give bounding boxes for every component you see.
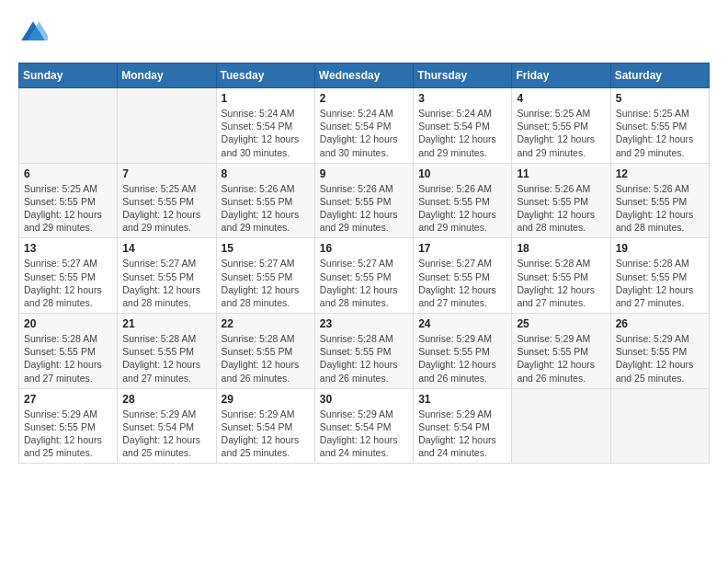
day-info: Sunrise: 5:28 AM Sunset: 5:55 PM Dayligh… [517, 257, 605, 309]
calendar-day-cell: 16Sunrise: 5:27 AM Sunset: 5:55 PM Dayli… [314, 238, 413, 314]
weekday-cell: Saturday [610, 63, 709, 88]
day-info: Sunrise: 5:27 AM Sunset: 5:55 PM Dayligh… [24, 257, 112, 309]
day-number: 12 [616, 167, 704, 180]
day-number: 23 [320, 317, 408, 330]
day-number: 25 [517, 317, 605, 330]
day-info: Sunrise: 5:28 AM Sunset: 5:55 PM Dayligh… [222, 332, 310, 385]
day-info: Sunrise: 5:25 AM Sunset: 5:55 PM Dayligh… [122, 182, 210, 235]
day-number: 4 [517, 92, 605, 105]
day-info: Sunrise: 5:26 AM Sunset: 5:55 PM Dayligh… [616, 182, 704, 235]
day-info: Sunrise: 5:24 AM Sunset: 5:54 PM Dayligh… [418, 107, 506, 159]
day-info: Sunrise: 5:27 AM Sunset: 5:55 PM Dayligh… [418, 257, 506, 309]
calendar-day-cell: 9Sunrise: 5:26 AM Sunset: 5:55 PM Daylig… [314, 163, 413, 238]
calendar-day-cell: 10Sunrise: 5:26 AM Sunset: 5:55 PM Dayli… [414, 163, 512, 238]
day-info: Sunrise: 5:26 AM Sunset: 5:55 PM Dayligh… [222, 182, 310, 235]
day-info: Sunrise: 5:26 AM Sunset: 5:55 PM Dayligh… [320, 182, 408, 235]
day-info: Sunrise: 5:29 AM Sunset: 5:54 PM Dayligh… [122, 408, 210, 460]
calendar-day-cell: 28Sunrise: 5:29 AM Sunset: 5:54 PM Dayli… [118, 388, 216, 464]
calendar-day-cell: 21Sunrise: 5:28 AM Sunset: 5:55 PM Dayli… [118, 314, 216, 389]
day-number: 21 [122, 317, 210, 330]
calendar: SundayMondayTuesdayWednesdayThursdayFrid… [18, 63, 710, 464]
day-info: Sunrise: 5:29 AM Sunset: 5:55 PM Dayligh… [418, 332, 506, 385]
day-info: Sunrise: 5:25 AM Sunset: 5:55 PM Dayligh… [517, 107, 605, 159]
calendar-day-cell: 13Sunrise: 5:27 AM Sunset: 5:55 PM Dayli… [19, 238, 118, 314]
calendar-day-cell [118, 88, 216, 164]
day-info: Sunrise: 5:29 AM Sunset: 5:55 PM Dayligh… [24, 408, 112, 460]
calendar-day-cell [610, 388, 709, 464]
calendar-day-cell: 3Sunrise: 5:24 AM Sunset: 5:54 PM Daylig… [414, 88, 512, 164]
calendar-day-cell: 18Sunrise: 5:28 AM Sunset: 5:55 PM Dayli… [512, 238, 610, 314]
day-number: 22 [222, 317, 310, 330]
weekday-cell: Tuesday [216, 63, 314, 88]
logo-icon [18, 18, 48, 48]
calendar-day-cell: 8Sunrise: 5:26 AM Sunset: 5:55 PM Daylig… [216, 163, 314, 238]
calendar-day-cell: 22Sunrise: 5:28 AM Sunset: 5:55 PM Dayli… [216, 314, 314, 389]
day-number: 31 [418, 393, 506, 406]
day-number: 7 [122, 167, 210, 180]
day-info: Sunrise: 5:28 AM Sunset: 5:55 PM Dayligh… [122, 332, 210, 385]
day-number: 2 [320, 92, 408, 105]
calendar-day-cell: 19Sunrise: 5:28 AM Sunset: 5:55 PM Dayli… [610, 238, 709, 314]
calendar-day-cell: 31Sunrise: 5:29 AM Sunset: 5:54 PM Dayli… [414, 388, 512, 464]
day-info: Sunrise: 5:29 AM Sunset: 5:55 PM Dayligh… [517, 332, 605, 385]
calendar-day-cell: 27Sunrise: 5:29 AM Sunset: 5:55 PM Dayli… [19, 388, 118, 464]
day-number: 26 [616, 317, 704, 330]
day-info: Sunrise: 5:26 AM Sunset: 5:55 PM Dayligh… [418, 182, 506, 235]
day-number: 30 [320, 393, 408, 406]
calendar-day-cell: 25Sunrise: 5:29 AM Sunset: 5:55 PM Dayli… [512, 314, 610, 389]
day-number: 29 [222, 393, 310, 406]
calendar-day-cell: 14Sunrise: 5:27 AM Sunset: 5:55 PM Dayli… [118, 238, 216, 314]
weekday-cell: Sunday [19, 63, 118, 88]
day-info: Sunrise: 5:26 AM Sunset: 5:55 PM Dayligh… [517, 182, 605, 235]
calendar-day-cell: 5Sunrise: 5:25 AM Sunset: 5:55 PM Daylig… [610, 88, 709, 164]
calendar-day-cell: 7Sunrise: 5:25 AM Sunset: 5:55 PM Daylig… [118, 163, 216, 238]
weekday-cell: Thursday [414, 63, 512, 88]
day-number: 11 [517, 167, 605, 180]
calendar-week-row: 1Sunrise: 5:24 AM Sunset: 5:54 PM Daylig… [19, 88, 710, 164]
calendar-body: 1Sunrise: 5:24 AM Sunset: 5:54 PM Daylig… [19, 88, 710, 464]
day-info: Sunrise: 5:28 AM Sunset: 5:55 PM Dayligh… [616, 257, 704, 309]
weekday-header-row: SundayMondayTuesdayWednesdayThursdayFrid… [19, 63, 710, 88]
day-number: 5 [616, 92, 704, 105]
calendar-week-row: 27Sunrise: 5:29 AM Sunset: 5:55 PM Dayli… [19, 388, 710, 464]
calendar-week-row: 13Sunrise: 5:27 AM Sunset: 5:55 PM Dayli… [19, 238, 710, 314]
calendar-week-row: 20Sunrise: 5:28 AM Sunset: 5:55 PM Dayli… [19, 314, 710, 389]
day-number: 1 [222, 92, 310, 105]
day-number: 24 [418, 317, 506, 330]
day-info: Sunrise: 5:27 AM Sunset: 5:55 PM Dayligh… [320, 257, 408, 309]
day-number: 15 [222, 242, 310, 255]
logo [18, 18, 51, 48]
day-number: 18 [517, 242, 605, 255]
calendar-day-cell: 2Sunrise: 5:24 AM Sunset: 5:54 PM Daylig… [314, 88, 413, 164]
calendar-day-cell: 26Sunrise: 5:29 AM Sunset: 5:55 PM Dayli… [610, 314, 709, 389]
day-info: Sunrise: 5:24 AM Sunset: 5:54 PM Dayligh… [320, 107, 408, 159]
day-info: Sunrise: 5:24 AM Sunset: 5:54 PM Dayligh… [222, 107, 310, 159]
day-number: 10 [418, 167, 506, 180]
day-info: Sunrise: 5:29 AM Sunset: 5:54 PM Dayligh… [320, 408, 408, 460]
calendar-day-cell: 23Sunrise: 5:28 AM Sunset: 5:55 PM Dayli… [314, 314, 413, 389]
calendar-day-cell: 4Sunrise: 5:25 AM Sunset: 5:55 PM Daylig… [512, 88, 610, 164]
weekday-cell: Wednesday [314, 63, 413, 88]
day-info: Sunrise: 5:27 AM Sunset: 5:55 PM Dayligh… [122, 257, 210, 309]
day-number: 14 [122, 242, 210, 255]
day-info: Sunrise: 5:29 AM Sunset: 5:54 PM Dayligh… [222, 408, 310, 460]
day-number: 20 [24, 317, 112, 330]
day-number: 8 [222, 167, 310, 180]
calendar-day-cell [19, 88, 118, 164]
day-number: 17 [418, 242, 506, 255]
calendar-day-cell: 1Sunrise: 5:24 AM Sunset: 5:54 PM Daylig… [216, 88, 314, 164]
weekday-cell: Friday [512, 63, 610, 88]
day-info: Sunrise: 5:29 AM Sunset: 5:55 PM Dayligh… [616, 332, 704, 385]
day-info: Sunrise: 5:28 AM Sunset: 5:55 PM Dayligh… [320, 332, 408, 385]
day-info: Sunrise: 5:25 AM Sunset: 5:55 PM Dayligh… [616, 107, 704, 159]
calendar-day-cell [512, 388, 610, 464]
page-header [18, 18, 710, 48]
calendar-day-cell: 17Sunrise: 5:27 AM Sunset: 5:55 PM Dayli… [414, 238, 512, 314]
day-number: 28 [122, 393, 210, 406]
calendar-day-cell: 24Sunrise: 5:29 AM Sunset: 5:55 PM Dayli… [414, 314, 512, 389]
calendar-day-cell: 30Sunrise: 5:29 AM Sunset: 5:54 PM Dayli… [314, 388, 413, 464]
day-number: 19 [616, 242, 704, 255]
day-number: 3 [418, 92, 506, 105]
day-info: Sunrise: 5:25 AM Sunset: 5:55 PM Dayligh… [24, 182, 112, 235]
calendar-day-cell: 29Sunrise: 5:29 AM Sunset: 5:54 PM Dayli… [216, 388, 314, 464]
